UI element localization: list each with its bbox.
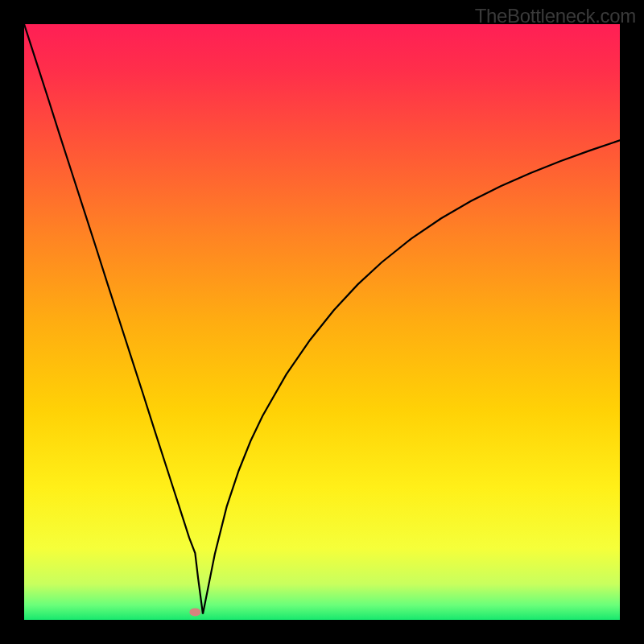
bottleneck-chart xyxy=(24,24,620,620)
chart-container: TheBottleneck.com xyxy=(0,0,644,644)
watermark-text: TheBottleneck.com xyxy=(475,5,636,27)
gradient-background xyxy=(24,24,620,620)
optimal-point-marker xyxy=(189,608,200,616)
